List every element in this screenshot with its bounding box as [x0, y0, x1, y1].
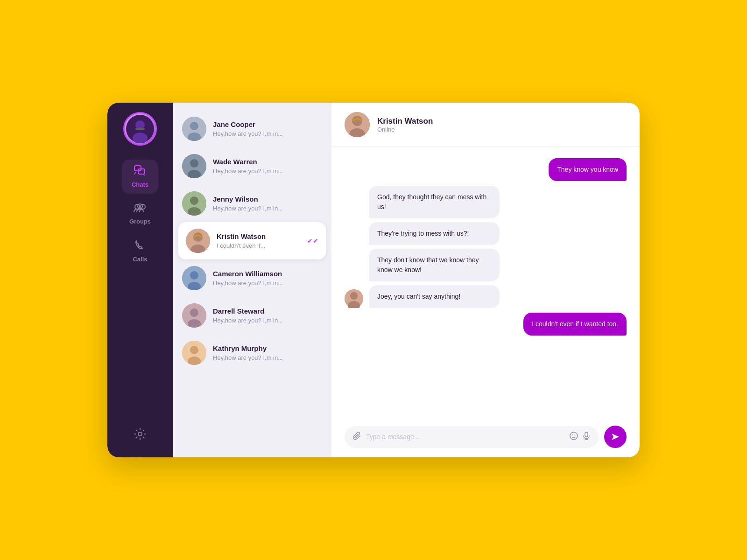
- chat-meta-kristin: ✔✔: [307, 237, 318, 245]
- settings-icon[interactable]: [134, 427, 147, 443]
- avatar-wade-warren: [182, 154, 206, 178]
- chat-input-area: [331, 418, 640, 457]
- bubble-received-1: God, they thought they can mess with us!: [369, 186, 500, 218]
- svg-point-28: [190, 308, 198, 317]
- attach-icon[interactable]: [353, 432, 361, 442]
- svg-rect-4: [134, 166, 141, 171]
- groups-icon: [134, 203, 147, 215]
- chat-header: Kristin Watson Online: [331, 103, 640, 147]
- svg-point-16: [190, 159, 198, 168]
- svg-point-19: [190, 196, 198, 205]
- svg-line-7: [143, 174, 145, 175]
- chat-window: Kristin Watson Online They know you know…: [331, 103, 640, 457]
- app-container: Chats Groups: [107, 103, 640, 457]
- svg-point-39: [570, 432, 578, 440]
- chat-preview: Hey,how are you? I,m in...: [213, 130, 322, 137]
- message-received-group: God, they thought they can mess with us!…: [345, 186, 627, 308]
- bubble-sent-1: They know you know: [549, 158, 627, 181]
- avatar-kathryn-murphy: [182, 341, 206, 365]
- chat-name: Cameron Williamson: [213, 270, 322, 278]
- chat-preview: Hey,how are you? I,m in...: [213, 205, 322, 212]
- sidebar-nav: Chats Groups: [122, 160, 158, 427]
- bubble-received-4: Joey, you can't say anything!: [369, 285, 500, 308]
- svg-point-10: [138, 204, 142, 209]
- chat-name: Darrell Steward: [213, 307, 322, 315]
- chat-item-jenny-wilson[interactable]: Jenny Wilson Hey,how are you? I,m in...: [173, 185, 331, 222]
- chat-info-kathryn-murphy: Kathryn Murphy Hey,how are you? I,m in..…: [213, 344, 322, 361]
- chat-info-wade-warren: Wade Warren Hey,how are you? I,m in...: [213, 158, 322, 175]
- svg-point-41: [575, 434, 576, 435]
- chats-label: Chats: [132, 181, 148, 188]
- chat-contact-name: Kristin Watson: [377, 117, 433, 126]
- chat-info-jenny-wilson: Jenny Wilson Hey,how are you? I,m in...: [213, 195, 322, 212]
- sidebar: Chats Groups: [107, 103, 173, 457]
- chat-item-darrell-steward[interactable]: Darrell Steward Hey,how are you? I,m in.…: [173, 297, 331, 334]
- avatar-darrell-steward: [182, 303, 206, 328]
- svg-line-5: [134, 172, 136, 174]
- svg-point-13: [190, 122, 198, 130]
- svg-rect-3: [135, 128, 145, 130]
- chats-icon: [134, 165, 146, 178]
- svg-point-11: [138, 432, 142, 436]
- bubble-sent-2: I couldn't even if I wanted too.: [523, 313, 627, 336]
- messages-area: They know you know God, they thought the…: [331, 147, 640, 418]
- chat-preview: Hey,how are you? I,m in...: [213, 317, 322, 324]
- svg-point-25: [190, 271, 198, 280]
- chat-name: Jane Cooper: [213, 120, 322, 128]
- chat-contact-status: Online: [377, 126, 433, 133]
- chat-name: Kristin Watson: [217, 232, 301, 240]
- chat-item-jane-cooper[interactable]: Jane Cooper Hey,how are you? I,m in...: [173, 110, 331, 147]
- svg-rect-6: [138, 169, 145, 174]
- avatar-kristin-watson: [186, 229, 210, 253]
- microphone-icon[interactable]: [583, 432, 590, 442]
- avatar-jane-cooper: [182, 117, 206, 141]
- chat-info-jane-cooper: Jane Cooper Hey,how are you? I,m in...: [213, 120, 322, 137]
- chat-item-cameron-williamson[interactable]: Cameron Williamson Hey,how are you? I,m …: [173, 259, 331, 297]
- calls-label: Calls: [133, 256, 147, 263]
- double-check-icon: ✔✔: [307, 237, 318, 245]
- chat-item-kristin-watson[interactable]: Kristin Watson I couldn't even if... ✔✔: [178, 222, 326, 259]
- emoji-icon[interactable]: [570, 432, 578, 442]
- chat-list-panel: Jane Cooper Hey,how are you? I,m in... W…: [173, 103, 331, 457]
- avatar-jenny-wilson: [182, 191, 206, 216]
- message-input[interactable]: [366, 433, 565, 441]
- chat-preview: Hey,how are you? I,m in...: [213, 168, 322, 175]
- send-button[interactable]: [604, 426, 627, 448]
- chat-header-avatar: [345, 112, 370, 137]
- chat-name: Kathryn Murphy: [213, 344, 322, 352]
- sent-bubbles-2: I couldn't even if I wanted too.: [523, 313, 627, 336]
- nav-item-chats[interactable]: Chats: [122, 160, 158, 194]
- chat-item-kathryn-murphy[interactable]: Kathryn Murphy Hey,how are you? I,m in..…: [173, 334, 331, 371]
- received-avatar: [345, 289, 363, 308]
- message-1: They know you know: [345, 158, 627, 181]
- received-bubbles: God, they thought they can mess with us!…: [369, 186, 500, 308]
- chat-preview: I couldn't even if...: [217, 242, 301, 249]
- nav-item-groups[interactable]: Groups: [122, 197, 158, 231]
- user-avatar: [123, 112, 157, 146]
- svg-point-40: [572, 434, 573, 435]
- svg-point-37: [350, 292, 358, 300]
- bubble-received-2: They're trying to mess with us?!: [369, 222, 500, 245]
- calls-icon: [135, 240, 145, 253]
- input-box: [345, 426, 599, 448]
- chat-info-kristin-watson: Kristin Watson I couldn't even if...: [217, 232, 301, 249]
- bubble-received-3: They don't know that we know they know w…: [369, 249, 500, 281]
- chat-preview: Hey,how are you? I,m in...: [213, 280, 322, 287]
- chat-header-info: Kristin Watson Online: [377, 117, 433, 133]
- avatar-cameron-williamson: [182, 266, 206, 290]
- chat-name: Wade Warren: [213, 158, 322, 166]
- chat-info-darrell-steward: Darrell Steward Hey,how are you? I,m in.…: [213, 307, 322, 324]
- chat-preview: Hey,how are you? I,m in...: [213, 354, 322, 361]
- groups-label: Groups: [129, 218, 151, 225]
- chat-name: Jenny Wilson: [213, 195, 322, 203]
- chat-info-cameron-williamson: Cameron Williamson Hey,how are you? I,m …: [213, 270, 322, 287]
- sent-bubbles-1: They know you know: [549, 158, 627, 181]
- svg-rect-42: [585, 432, 588, 437]
- message-6: I couldn't even if I wanted too.: [345, 313, 627, 336]
- svg-point-31: [190, 346, 198, 354]
- nav-item-calls[interactable]: Calls: [122, 234, 158, 268]
- chat-item-wade-warren[interactable]: Wade Warren Hey,how are you? I,m in...: [173, 147, 331, 185]
